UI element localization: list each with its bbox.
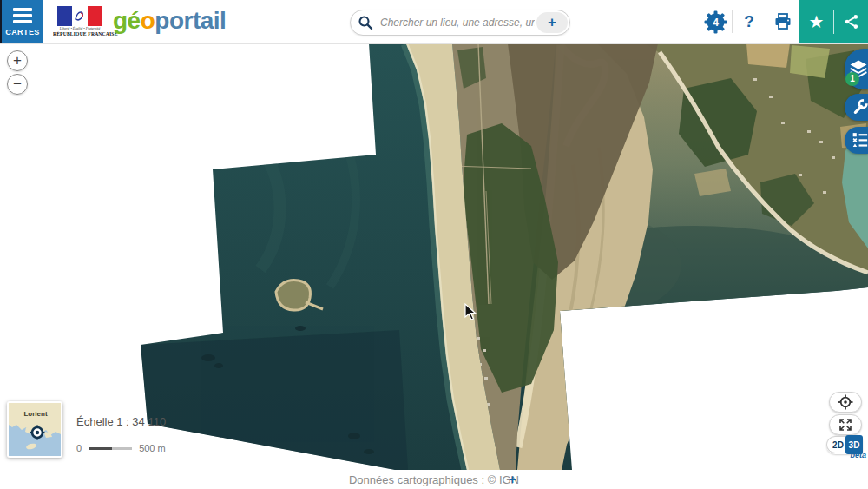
- marianne-icon: [73, 9, 86, 23]
- notifications-badge: 4: [713, 17, 719, 29]
- help-button[interactable]: ?: [733, 0, 766, 43]
- search-icon: [358, 15, 373, 30]
- zoom-out-button[interactable]: −: [7, 74, 28, 95]
- french-flag-icon: [57, 6, 102, 26]
- map-viewport[interactable]: + − 1: [0, 43, 868, 470]
- fullscreen-icon: [837, 416, 854, 433]
- geolocate-icon: [837, 393, 854, 411]
- geoportail-logo[interactable]: géoportail: [113, 7, 226, 35]
- printer-icon: [773, 11, 793, 32]
- geoportail-app: CARTES Liberté • Égalité • Fraternité RÉ…: [0, 0, 868, 489]
- zoom-in-button[interactable]: +: [7, 50, 28, 71]
- search-bar: +: [350, 10, 570, 36]
- logo-ge: gé: [113, 7, 141, 34]
- motto-text: Liberté • Égalité • Fraternité: [58, 26, 102, 30]
- scale-start: 0: [76, 443, 82, 453]
- attribution-expand-button[interactable]: +: [503, 471, 522, 487]
- republique-francaise-logo: Liberté • Égalité • Fraternité RÉPUBLIQU…: [56, 5, 104, 40]
- scale-segment-light: [112, 447, 132, 450]
- scale-bar: 0 500 m: [76, 443, 166, 453]
- view-2d-button[interactable]: 2D: [826, 436, 845, 453]
- search-input[interactable]: [378, 16, 536, 30]
- share-button[interactable]: [834, 0, 868, 43]
- print-button[interactable]: [766, 0, 799, 43]
- header: CARTES Liberté • Égalité • Fraternité RÉ…: [0, 0, 868, 44]
- attribution-text: Données cartographiques : © IGN: [0, 473, 868, 486]
- tools-button[interactable]: [845, 94, 868, 121]
- minimap-graphic: Lorient: [9, 403, 61, 456]
- share-icon: [843, 13, 860, 30]
- cartes-menu-button[interactable]: CARTES: [2, 0, 43, 43]
- layers-button[interactable]: 1: [845, 49, 868, 89]
- favorites-button[interactable]: ★: [799, 0, 833, 43]
- search-add-data-button[interactable]: +: [536, 12, 568, 33]
- legend-button[interactable]: [845, 127, 868, 154]
- hamburger-icon: [13, 8, 32, 23]
- help-icon: ?: [744, 12, 754, 31]
- minus-icon: −: [13, 76, 22, 92]
- scale-label: Échelle 1 : 34 110: [76, 415, 166, 428]
- republic-text: RÉPUBLIQUE FRANÇAISE: [53, 31, 107, 36]
- overview-minimap[interactable]: Lorient: [7, 401, 62, 458]
- scale-block: Échelle 1 : 34 110 0 500 m: [76, 415, 166, 428]
- minimap-city-label: Lorient: [23, 410, 47, 418]
- scale-segment-dark: [89, 447, 112, 450]
- layers-count-badge: 1: [845, 72, 859, 86]
- fullscreen-button[interactable]: [829, 414, 862, 435]
- beta-badge: béta: [850, 451, 866, 459]
- teal-actions: ★: [799, 0, 868, 43]
- legend-list-icon: [850, 129, 868, 149]
- header-actions: 4 ? ★: [699, 0, 868, 43]
- attribution-bar: Données cartographiques : © IGN +: [0, 470, 868, 489]
- wrench-icon: [850, 96, 868, 116]
- gear-badge-icon: 4: [704, 10, 727, 34]
- aerial-imagery: [0, 43, 868, 470]
- plus-icon: +: [13, 52, 22, 69]
- star-icon: ★: [809, 13, 825, 30]
- logo-portail: portail: [155, 7, 226, 34]
- logo-o: o: [141, 7, 155, 34]
- geolocate-button[interactable]: [829, 392, 862, 413]
- scale-end: 500 m: [139, 443, 166, 453]
- notifications-button[interactable]: 4: [699, 0, 732, 43]
- cartes-menu-label: CARTES: [5, 28, 39, 36]
